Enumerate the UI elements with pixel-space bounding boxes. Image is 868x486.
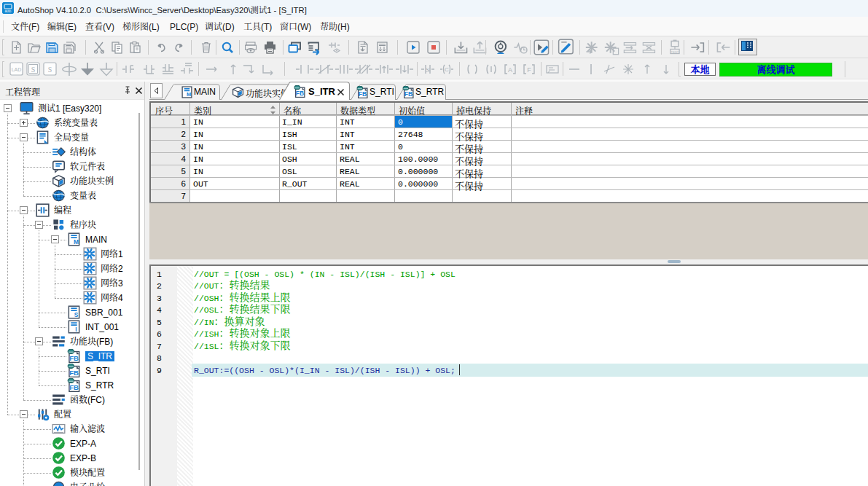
svg-text:LAD: LAD <box>12 67 22 72</box>
svg-text:S: S <box>74 311 79 318</box>
svg-text:TEST: TEST <box>671 50 679 54</box>
svg-text:FB: FB <box>296 90 304 97</box>
svg-text:FB: FB <box>69 369 79 377</box>
svg-text:S: S <box>31 66 36 74</box>
svg-text:auto: auto <box>5 9 12 13</box>
svg-text:M: M <box>187 91 191 98</box>
svg-text:S: S <box>426 66 429 74</box>
svg-text:FB: FB <box>404 90 413 98</box>
svg-text:FB: FB <box>69 354 79 362</box>
svg-text:F: F <box>527 66 531 74</box>
svg-text:S: S <box>48 66 52 74</box>
svg-text:A: A <box>508 66 512 74</box>
svg-text:I: I <box>75 326 77 333</box>
svg-text:FB: FB <box>69 383 79 391</box>
svg-text:FB: FB <box>359 90 367 98</box>
svg-text:M: M <box>74 238 79 246</box>
svg-text:C: C <box>445 66 449 73</box>
